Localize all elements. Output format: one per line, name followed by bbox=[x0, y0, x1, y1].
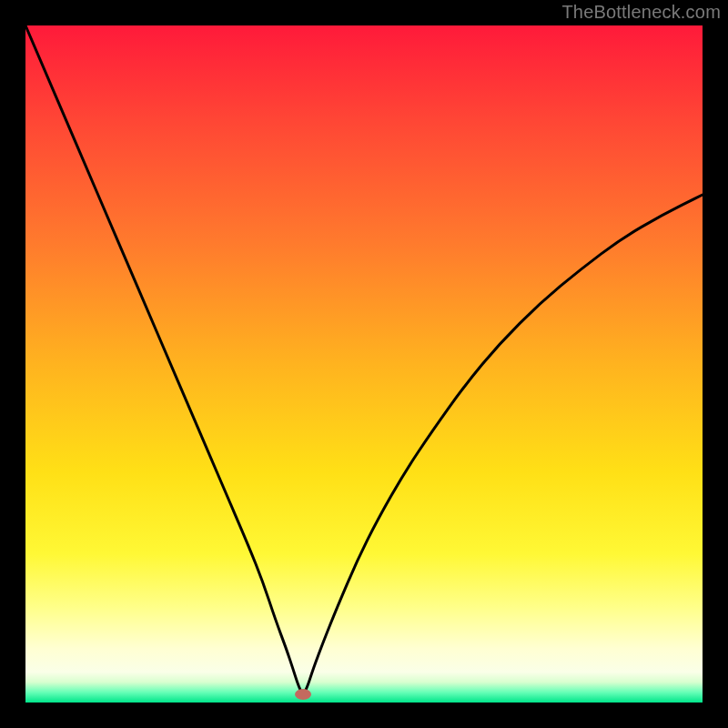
plot-background bbox=[25, 25, 703, 703]
optimum-marker bbox=[295, 689, 311, 700]
bottleneck-chart bbox=[0, 0, 728, 728]
watermark-text: TheBottleneck.com bbox=[561, 2, 721, 23]
chart-container: TheBottleneck.com bbox=[0, 0, 728, 728]
